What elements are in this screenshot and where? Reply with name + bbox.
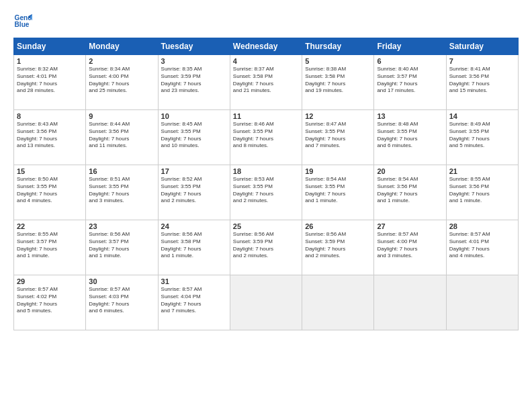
day-number: 4 (233, 57, 299, 65)
calendar-cell: 14Sunrise: 8:49 AM Sunset: 3:55 PM Dayli… (446, 110, 518, 165)
day-info: Sunrise: 8:57 AM Sunset: 4:02 PM Dayligh… (17, 286, 83, 315)
day-info: Sunrise: 8:43 AM Sunset: 3:56 PM Dayligh… (17, 121, 83, 150)
header-day-tuesday: Tuesday (158, 38, 230, 55)
calendar-cell: 11Sunrise: 8:46 AM Sunset: 3:55 PM Dayli… (230, 110, 302, 165)
day-number: 3 (161, 57, 227, 65)
day-info: Sunrise: 8:53 AM Sunset: 3:55 PM Dayligh… (233, 176, 299, 205)
header-day-sunday: Sunday (14, 38, 86, 55)
day-info: Sunrise: 8:40 AM Sunset: 3:57 PM Dayligh… (377, 66, 443, 95)
day-info: Sunrise: 8:48 AM Sunset: 3:55 PM Dayligh… (377, 121, 443, 150)
day-number: 25 (233, 222, 299, 230)
calendar-cell: 28Sunrise: 8:57 AM Sunset: 4:01 PM Dayli… (446, 220, 518, 275)
calendar-cell: 26Sunrise: 8:56 AM Sunset: 3:59 PM Dayli… (302, 220, 374, 275)
calendar-cell (374, 275, 446, 330)
day-number: 17 (161, 167, 227, 175)
day-number: 21 (449, 167, 515, 175)
day-info: Sunrise: 8:55 AM Sunset: 3:56 PM Dayligh… (449, 176, 515, 205)
calendar-cell: 24Sunrise: 8:56 AM Sunset: 3:58 PM Dayli… (158, 220, 230, 275)
day-number: 2 (89, 57, 154, 65)
calendar-cell: 29Sunrise: 8:57 AM Sunset: 4:02 PM Dayli… (14, 275, 86, 330)
calendar-cell (446, 275, 518, 330)
calendar-table: SundayMondayTuesdayWednesdayThursdayFrid… (13, 38, 519, 330)
svg-text:Blue: Blue (15, 21, 30, 28)
day-info: Sunrise: 8:56 AM Sunset: 3:59 PM Dayligh… (305, 231, 371, 260)
day-number: 29 (17, 277, 83, 285)
week-row-2: 8Sunrise: 8:43 AM Sunset: 3:56 PM Daylig… (14, 110, 519, 165)
calendar-cell (302, 275, 374, 330)
calendar-cell: 31Sunrise: 8:57 AM Sunset: 4:04 PM Dayli… (158, 275, 230, 330)
logo: General Blue (13, 12, 35, 31)
calendar-page: General Blue SundayMondayTuesdayWednesda… (0, 0, 532, 411)
day-info: Sunrise: 8:54 AM Sunset: 3:56 PM Dayligh… (377, 176, 443, 205)
day-info: Sunrise: 8:45 AM Sunset: 3:55 PM Dayligh… (161, 121, 227, 150)
calendar-cell: 22Sunrise: 8:55 AM Sunset: 3:57 PM Dayli… (14, 220, 86, 275)
day-info: Sunrise: 8:57 AM Sunset: 4:00 PM Dayligh… (377, 231, 443, 260)
day-number: 18 (233, 167, 299, 175)
calendar-cell: 16Sunrise: 8:51 AM Sunset: 3:55 PM Dayli… (86, 165, 158, 220)
day-number: 27 (377, 222, 443, 230)
calendar-cell: 18Sunrise: 8:53 AM Sunset: 3:55 PM Dayli… (230, 165, 302, 220)
calendar-cell: 19Sunrise: 8:54 AM Sunset: 3:55 PM Dayli… (302, 165, 374, 220)
calendar-cell: 10Sunrise: 8:45 AM Sunset: 3:55 PM Dayli… (158, 110, 230, 165)
calendar-cell: 3Sunrise: 8:35 AM Sunset: 3:59 PM Daylig… (158, 55, 230, 110)
day-info: Sunrise: 8:34 AM Sunset: 4:00 PM Dayligh… (89, 66, 154, 95)
day-info: Sunrise: 8:51 AM Sunset: 3:55 PM Dayligh… (89, 176, 154, 205)
day-number: 31 (161, 277, 227, 285)
week-row-4: 22Sunrise: 8:55 AM Sunset: 3:57 PM Dayli… (14, 220, 519, 275)
day-number: 1 (17, 57, 83, 65)
calendar-cell: 6Sunrise: 8:40 AM Sunset: 3:57 PM Daylig… (374, 55, 446, 110)
calendar-cell: 23Sunrise: 8:56 AM Sunset: 3:57 PM Dayli… (86, 220, 158, 275)
day-info: Sunrise: 8:46 AM Sunset: 3:55 PM Dayligh… (233, 121, 299, 150)
day-info: Sunrise: 8:35 AM Sunset: 3:59 PM Dayligh… (161, 66, 227, 95)
day-info: Sunrise: 8:56 AM Sunset: 3:58 PM Dayligh… (161, 231, 227, 260)
day-number: 5 (305, 57, 371, 65)
calendar-cell: 12Sunrise: 8:47 AM Sunset: 3:55 PM Dayli… (302, 110, 374, 165)
day-number: 8 (17, 112, 83, 120)
day-info: Sunrise: 8:57 AM Sunset: 4:01 PM Dayligh… (449, 231, 515, 260)
day-info: Sunrise: 8:44 AM Sunset: 3:56 PM Dayligh… (89, 121, 154, 150)
calendar-cell: 8Sunrise: 8:43 AM Sunset: 3:56 PM Daylig… (14, 110, 86, 165)
header-day-friday: Friday (374, 38, 446, 55)
calendar-cell: 13Sunrise: 8:48 AM Sunset: 3:55 PM Dayli… (374, 110, 446, 165)
day-info: Sunrise: 8:47 AM Sunset: 3:55 PM Dayligh… (305, 121, 371, 150)
week-row-1: 1Sunrise: 8:32 AM Sunset: 4:01 PM Daylig… (14, 55, 519, 110)
calendar-cell: 2Sunrise: 8:34 AM Sunset: 4:00 PM Daylig… (86, 55, 158, 110)
calendar-cell: 5Sunrise: 8:38 AM Sunset: 3:58 PM Daylig… (302, 55, 374, 110)
day-number: 6 (377, 57, 443, 65)
logo-icon: General Blue (13, 12, 32, 31)
calendar-cell: 4Sunrise: 8:37 AM Sunset: 3:58 PM Daylig… (230, 55, 302, 110)
header-day-thursday: Thursday (302, 38, 374, 55)
day-info: Sunrise: 8:56 AM Sunset: 3:57 PM Dayligh… (89, 231, 154, 260)
calendar-cell: 7Sunrise: 8:41 AM Sunset: 3:56 PM Daylig… (446, 55, 518, 110)
calendar-cell: 27Sunrise: 8:57 AM Sunset: 4:00 PM Dayli… (374, 220, 446, 275)
day-info: Sunrise: 8:37 AM Sunset: 3:58 PM Dayligh… (233, 66, 299, 95)
day-number: 10 (161, 112, 227, 120)
header-day-wednesday: Wednesday (230, 38, 302, 55)
day-number: 20 (377, 167, 443, 175)
day-number: 30 (89, 277, 154, 285)
day-number: 24 (161, 222, 227, 230)
day-number: 14 (449, 112, 515, 120)
day-number: 13 (377, 112, 443, 120)
day-number: 22 (17, 222, 83, 230)
calendar-cell: 20Sunrise: 8:54 AM Sunset: 3:56 PM Dayli… (374, 165, 446, 220)
calendar-cell: 21Sunrise: 8:55 AM Sunset: 3:56 PM Dayli… (446, 165, 518, 220)
day-info: Sunrise: 8:55 AM Sunset: 3:57 PM Dayligh… (17, 231, 83, 260)
week-row-3: 15Sunrise: 8:50 AM Sunset: 3:55 PM Dayli… (14, 165, 519, 220)
day-info: Sunrise: 8:52 AM Sunset: 3:55 PM Dayligh… (161, 176, 227, 205)
header-row: SundayMondayTuesdayWednesdayThursdayFrid… (14, 38, 519, 55)
day-number: 23 (89, 222, 154, 230)
day-number: 16 (89, 167, 154, 175)
day-info: Sunrise: 8:38 AM Sunset: 3:58 PM Dayligh… (305, 66, 371, 95)
calendar-cell: 25Sunrise: 8:56 AM Sunset: 3:59 PM Dayli… (230, 220, 302, 275)
day-info: Sunrise: 8:57 AM Sunset: 4:03 PM Dayligh… (89, 286, 154, 315)
day-number: 15 (17, 167, 83, 175)
day-number: 7 (449, 57, 515, 65)
calendar-cell: 9Sunrise: 8:44 AM Sunset: 3:56 PM Daylig… (86, 110, 158, 165)
calendar-cell: 30Sunrise: 8:57 AM Sunset: 4:03 PM Dayli… (86, 275, 158, 330)
day-number: 19 (305, 167, 371, 175)
week-row-5: 29Sunrise: 8:57 AM Sunset: 4:02 PM Dayli… (14, 275, 519, 330)
calendar-cell (230, 275, 302, 330)
calendar-cell: 15Sunrise: 8:50 AM Sunset: 3:55 PM Dayli… (14, 165, 86, 220)
day-number: 26 (305, 222, 371, 230)
